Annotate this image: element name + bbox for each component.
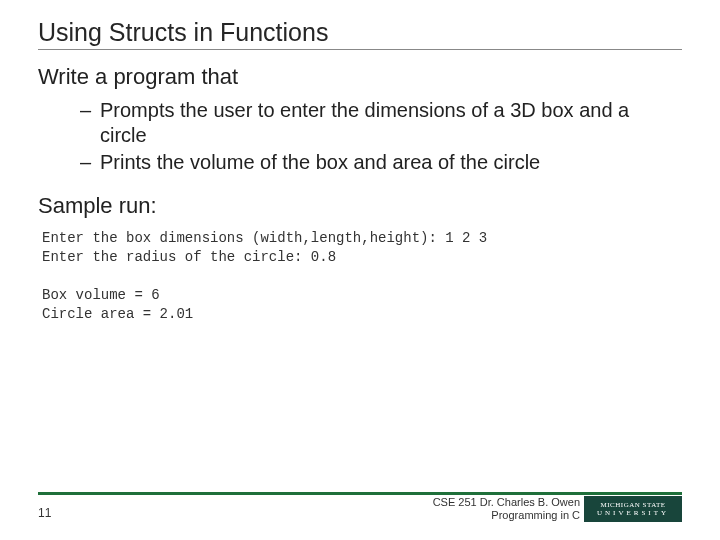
bullet-list: – Prompts the user to enter the dimensio… — [80, 98, 682, 175]
code-line: Enter the box dimensions (width,length,h… — [42, 230, 487, 246]
logo-bottom-text: UNIVERSITY — [597, 509, 669, 517]
bullet-text: Prompts the user to enter the dimensions… — [100, 98, 660, 148]
slide-footer: 11 CSE 251 Dr. Charles B. Owen Programmi… — [0, 492, 720, 526]
list-item: – Prompts the user to enter the dimensio… — [80, 98, 682, 148]
slide-body: Using Structs in Functions Write a progr… — [0, 0, 720, 323]
slide-title: Using Structs in Functions — [38, 18, 682, 50]
sample-run-label: Sample run: — [38, 193, 682, 219]
msu-logo: MICHIGAN STATE UNIVERSITY — [584, 496, 682, 522]
dash-icon: – — [80, 150, 100, 175]
slide-number: 11 — [38, 506, 51, 520]
credit-line: CSE 251 Dr. Charles B. Owen — [433, 496, 580, 509]
code-line: Box volume = 6 — [42, 287, 160, 303]
logo-top-text: MICHIGAN STATE — [601, 501, 666, 509]
dash-icon: – — [80, 98, 100, 123]
code-line: Enter the radius of the circle: 0.8 — [42, 249, 336, 265]
list-item: – Prints the volume of the box and area … — [80, 150, 682, 175]
code-line: Circle area = 2.01 — [42, 306, 193, 322]
credit-text: CSE 251 Dr. Charles B. Owen Programming … — [433, 496, 580, 522]
intro-text: Write a program that — [38, 64, 682, 90]
code-block: Enter the box dimensions (width,length,h… — [42, 229, 682, 323]
bullet-text: Prints the volume of the box and area of… — [100, 150, 540, 175]
credit-line: Programming in C — [433, 509, 580, 522]
footer-rule — [38, 492, 682, 495]
